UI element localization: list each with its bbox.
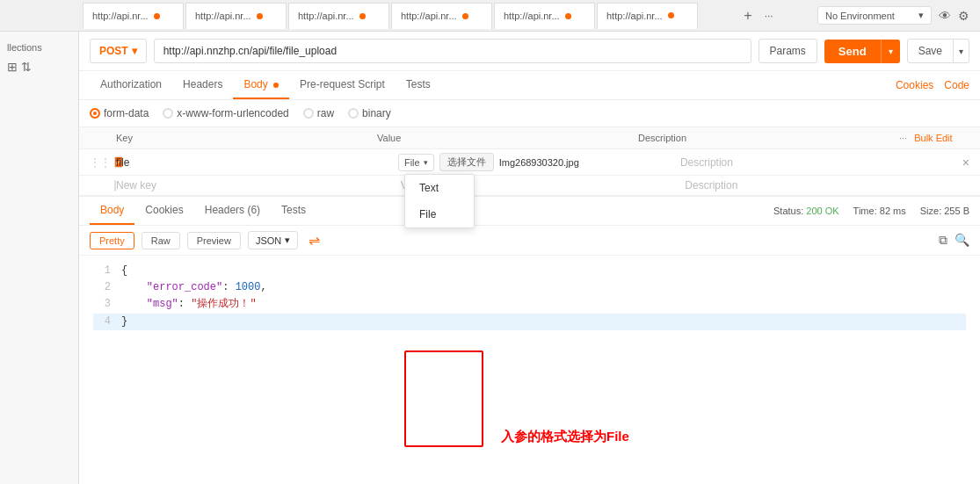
form-data-option[interactable]: form-data bbox=[90, 107, 149, 119]
resp-status-bar: Status: 200 OK Time: 82 ms Size: 255 B bbox=[773, 206, 969, 216]
response-section: Body Cookies Headers (6) Tests Status: 2… bbox=[79, 196, 980, 337]
file-type-selector[interactable]: File ▾ bbox=[398, 154, 434, 171]
dropdown-item-file[interactable]: File bbox=[405, 201, 474, 228]
eye-icon[interactable]: 👁 bbox=[939, 9, 951, 23]
key-cell: file bbox=[116, 156, 398, 169]
binary-option[interactable]: binary bbox=[348, 107, 391, 119]
tab-tests[interactable]: Tests bbox=[396, 71, 441, 99]
resp-tab-tests[interactable]: Tests bbox=[271, 197, 316, 225]
resp-tab-cookies[interactable]: Cookies bbox=[134, 197, 193, 225]
raw-radio[interactable] bbox=[303, 108, 314, 119]
format-selector[interactable]: JSON ▾ bbox=[248, 231, 298, 249]
raw-option[interactable]: raw bbox=[303, 107, 334, 119]
cookies-link[interactable]: Cookies bbox=[896, 79, 933, 91]
gear-icon[interactable]: ⚙ bbox=[958, 9, 969, 23]
tab-body-label: Body bbox=[243, 78, 267, 90]
desc-col-header: Description bbox=[638, 133, 899, 143]
key-error-code: "error_code" bbox=[147, 281, 222, 293]
pretty-button[interactable]: Pretty bbox=[90, 232, 134, 249]
raw-button[interactable]: Raw bbox=[142, 232, 180, 249]
tab-actions: + ··· bbox=[740, 8, 776, 24]
tab-5-dot bbox=[565, 13, 571, 19]
preview-button[interactable]: Preview bbox=[187, 232, 241, 249]
tab-5[interactable]: http://api.nr... bbox=[494, 3, 595, 29]
tab-3[interactable]: http://api.nr... bbox=[288, 3, 389, 29]
save-dropdown-button[interactable]: ▾ bbox=[954, 39, 969, 63]
line-2-content: "error_code": 1000, bbox=[121, 279, 966, 296]
desc-cell[interactable]: Description bbox=[680, 156, 962, 169]
status-ok: 200 OK bbox=[806, 206, 838, 216]
bulk-edit-col: ··· Bulk Edit bbox=[899, 133, 969, 143]
add-collection-icon[interactable]: ⊞ bbox=[7, 60, 18, 74]
response-tabs: Body Cookies Headers (6) Tests Status: 2… bbox=[79, 197, 980, 226]
tab-headers[interactable]: Headers bbox=[172, 71, 233, 99]
env-label: No Environment bbox=[825, 11, 895, 21]
send-dropdown-button[interactable]: ▾ bbox=[881, 40, 900, 63]
method-selector[interactable]: POST ▾ bbox=[90, 39, 147, 63]
line-num-2: 2 bbox=[93, 279, 111, 296]
tab-body[interactable]: Body bbox=[233, 71, 289, 99]
tab-6[interactable]: http://api.nr... bbox=[597, 3, 698, 29]
url-input[interactable] bbox=[154, 39, 751, 63]
size-label: Size: 255 B bbox=[920, 206, 969, 216]
env-selector[interactable]: No Environment ▾ bbox=[817, 6, 932, 25]
new-key-cell[interactable]: New key bbox=[116, 179, 401, 191]
body-options: form-data x-www-form-urlencoded raw bina… bbox=[79, 100, 980, 127]
tab-1-label: http://api.nr... bbox=[92, 11, 149, 21]
search-icon[interactable]: 🔍 bbox=[955, 233, 969, 248]
code-link[interactable]: Code bbox=[944, 79, 969, 91]
resp-line-2: 2 "error_code": 1000, bbox=[93, 279, 966, 296]
urlencoded-option[interactable]: x-www-form-urlencoded bbox=[163, 107, 288, 119]
tab-2[interactable]: http://api.nr... bbox=[185, 3, 287, 29]
save-button[interactable]: Save bbox=[907, 39, 954, 63]
urlencoded-label: x-www-form-urlencoded bbox=[177, 107, 288, 119]
form-data-radio[interactable] bbox=[90, 108, 100, 119]
dropdown-item-text[interactable]: Text bbox=[405, 175, 474, 201]
send-btn-group: Send ▾ bbox=[824, 40, 900, 63]
tab-more-button[interactable]: ··· bbox=[761, 10, 777, 22]
binary-radio[interactable] bbox=[348, 108, 359, 119]
resp-line-4: 4 } bbox=[93, 314, 966, 330]
env-arrow-icon: ▾ bbox=[918, 10, 924, 21]
tab-2-label: http://api.nr... bbox=[195, 11, 251, 21]
copy-icon[interactable]: ⧉ bbox=[939, 233, 947, 248]
key-col-header: Key bbox=[116, 133, 377, 143]
file-type-label: File bbox=[404, 157, 420, 168]
response-toolbar: Pretty Raw Preview JSON ▾ ⇌ ⧉ 🔍 bbox=[79, 226, 980, 256]
resp-tab-headers[interactable]: Headers (6) bbox=[194, 197, 271, 225]
line-4-content: } bbox=[121, 314, 966, 330]
method-arrow-icon: ▾ bbox=[132, 45, 137, 57]
tab-4[interactable]: http://api.nr... bbox=[391, 3, 492, 29]
dropdown-overlay: Text File bbox=[404, 174, 475, 228]
method-label: POST bbox=[99, 45, 128, 57]
key-value[interactable]: file bbox=[116, 156, 129, 169]
resp-line-3: 3 "msg": "操作成功！" bbox=[93, 296, 966, 313]
urlencoded-radio[interactable] bbox=[163, 108, 173, 119]
tab-4-dot bbox=[462, 13, 468, 19]
req-tab-right: Cookies Code bbox=[896, 79, 969, 91]
send-button[interactable]: Send bbox=[824, 40, 881, 63]
row-check: ⋮⋮ ✓ bbox=[90, 156, 116, 169]
resp-tab-body[interactable]: Body bbox=[90, 197, 134, 225]
tab-6-dot bbox=[668, 12, 674, 18]
delete-row-button[interactable]: × bbox=[962, 155, 969, 170]
table-header: Key Value Description ··· Bulk Edit bbox=[79, 127, 980, 149]
sort-icon[interactable]: ⇅ bbox=[21, 60, 32, 74]
wrap-icon[interactable]: ⇌ bbox=[309, 232, 320, 249]
bulk-edit-label[interactable]: Bulk Edit bbox=[914, 133, 952, 143]
drag-icon[interactable]: ⋮⋮ bbox=[90, 156, 111, 169]
line-num-3: 3 bbox=[93, 296, 111, 313]
tab-3-dot bbox=[359, 13, 366, 19]
raw-label: raw bbox=[317, 107, 334, 119]
tab-prerequest[interactable]: Pre-request Script bbox=[289, 71, 396, 99]
tab-1-dot bbox=[154, 13, 160, 19]
new-desc-cell[interactable]: Description bbox=[685, 179, 969, 191]
choose-file-button[interactable]: 选择文件 bbox=[439, 153, 494, 171]
tab-authorization[interactable]: Authorization bbox=[90, 71, 172, 99]
params-button[interactable]: Params bbox=[759, 39, 817, 63]
dropdown-menu: Text File bbox=[404, 174, 475, 228]
file-type-arrow-icon: ▾ bbox=[424, 158, 428, 167]
tab-add-button[interactable]: + bbox=[740, 8, 755, 24]
key-msg: "msg" bbox=[147, 298, 178, 310]
tab-1[interactable]: http://api.nr... bbox=[83, 3, 184, 29]
